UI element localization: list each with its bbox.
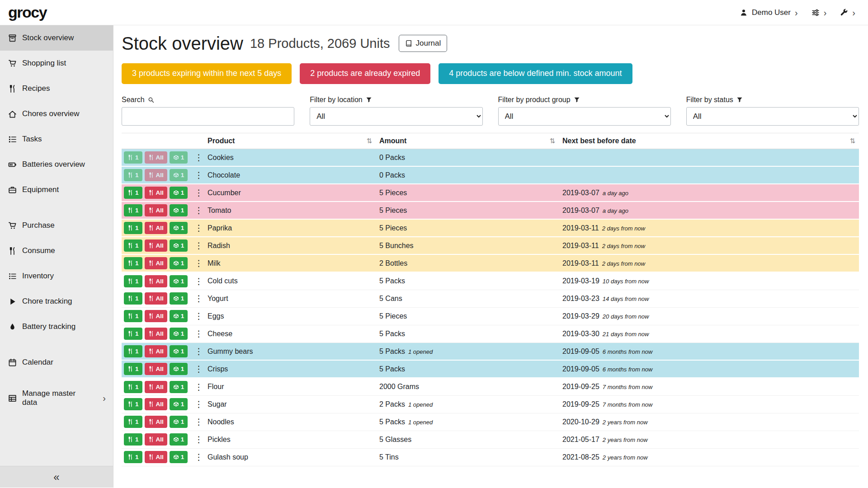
consume-all-button[interactable]: All xyxy=(145,381,167,393)
consume-one-button[interactable]: 1 xyxy=(124,292,142,305)
consume-all-button[interactable]: All xyxy=(145,239,167,252)
journal-button[interactable]: Journal xyxy=(399,35,448,52)
consume-all-button[interactable]: All xyxy=(145,292,167,305)
consume-all-button[interactable]: All xyxy=(145,398,167,410)
amount-column-header[interactable]: Amount⇅ xyxy=(376,133,559,149)
consume-all-button[interactable]: All xyxy=(145,222,167,234)
open-one-button[interactable]: 1 xyxy=(170,292,188,305)
consume-one-button[interactable]: 1 xyxy=(124,398,142,410)
consume-one-button[interactable]: 1 xyxy=(124,169,142,181)
consume-one-button[interactable]: 1 xyxy=(124,222,142,234)
sidebar-item-calendar[interactable]: Calendar xyxy=(0,350,113,375)
consume-all-button[interactable]: All xyxy=(145,363,167,375)
row-menu-button[interactable]: ⋮ xyxy=(192,417,206,427)
consume-one-button[interactable]: 1 xyxy=(124,363,142,375)
open-one-button[interactable]: 1 xyxy=(170,204,188,216)
consume-one-button[interactable]: 1 xyxy=(124,328,142,340)
expiring-alert-button[interactable]: 3 products expiring within the next 5 da… xyxy=(122,63,292,84)
consume-all-button[interactable]: All xyxy=(145,328,167,340)
sidebar-collapse-button[interactable]: « xyxy=(0,466,113,488)
open-one-button[interactable]: 1 xyxy=(170,222,188,234)
consume-one-button[interactable]: 1 xyxy=(124,451,142,463)
product-column-header[interactable]: Product⇅ xyxy=(204,133,376,149)
sidebar-item-battery-tracking[interactable]: Battery tracking xyxy=(0,314,113,339)
user-menu[interactable]: Demo User › xyxy=(740,8,798,17)
consume-all-button[interactable]: All xyxy=(145,451,167,463)
row-menu-button[interactable]: ⋮ xyxy=(192,328,206,339)
sidebar-item-consume[interactable]: Consume xyxy=(0,238,113,263)
open-one-button[interactable]: 1 xyxy=(170,381,188,393)
row-menu-button[interactable]: ⋮ xyxy=(192,223,206,233)
row-menu-button[interactable]: ⋮ xyxy=(192,382,206,392)
admin-menu[interactable]: › xyxy=(840,8,855,17)
consume-one-button[interactable]: 1 xyxy=(124,187,142,199)
open-one-button[interactable]: 1 xyxy=(170,239,188,252)
consume-one-button[interactable]: 1 xyxy=(124,257,142,269)
row-menu-button[interactable]: ⋮ xyxy=(192,240,206,251)
row-menu-button[interactable]: ⋮ xyxy=(192,152,206,163)
row-menu-button[interactable]: ⋮ xyxy=(192,346,206,357)
consume-one-button[interactable]: 1 xyxy=(124,310,142,322)
open-one-button[interactable]: 1 xyxy=(170,187,188,199)
consume-all-button[interactable]: All xyxy=(145,416,167,428)
sort-icon[interactable]: ⇅ xyxy=(849,137,855,145)
open-one-button[interactable]: 1 xyxy=(170,363,188,375)
row-menu-button[interactable]: ⋮ xyxy=(192,364,206,374)
settings-menu[interactable]: › xyxy=(811,8,827,17)
expired-alert-button[interactable]: 2 products are already expired xyxy=(300,63,430,84)
consume-all-button[interactable]: All xyxy=(145,257,167,269)
open-one-button[interactable]: 1 xyxy=(170,275,188,287)
open-one-button[interactable]: 1 xyxy=(170,451,188,463)
open-one-button[interactable]: 1 xyxy=(170,416,188,428)
sidebar-item-chores-overview[interactable]: Chores overview xyxy=(0,101,113,127)
consume-one-button[interactable]: 1 xyxy=(124,416,142,428)
search-input[interactable] xyxy=(122,107,294,126)
row-menu-button[interactable]: ⋮ xyxy=(192,188,206,198)
sidebar-item-batteries-overview[interactable]: Batteries overview xyxy=(0,152,113,177)
sidebar-item-tasks[interactable]: Tasks xyxy=(0,127,113,152)
open-one-button[interactable]: 1 xyxy=(170,433,188,446)
open-one-button[interactable]: 1 xyxy=(170,169,188,181)
sidebar-item-stock-overview[interactable]: Stock overview xyxy=(0,25,113,51)
consume-all-button[interactable]: All xyxy=(145,187,167,199)
consume-one-button[interactable]: 1 xyxy=(124,381,142,393)
sidebar-item-shopping-list[interactable]: Shopping list xyxy=(0,51,113,76)
sidebar-item-purchase[interactable]: Purchase xyxy=(0,213,113,238)
open-one-button[interactable]: 1 xyxy=(170,310,188,322)
below-min-stock-alert-button[interactable]: 4 products are below defined min. stock … xyxy=(439,63,632,84)
consume-all-button[interactable]: All xyxy=(145,169,167,181)
consume-one-button[interactable]: 1 xyxy=(124,345,142,357)
location-filter[interactable]: All xyxy=(310,107,482,126)
row-menu-button[interactable]: ⋮ xyxy=(192,276,206,286)
consume-all-button[interactable]: All xyxy=(145,310,167,322)
open-one-button[interactable]: 1 xyxy=(170,151,188,164)
row-menu-button[interactable]: ⋮ xyxy=(192,434,206,445)
consume-all-button[interactable]: All xyxy=(145,275,167,287)
open-one-button[interactable]: 1 xyxy=(170,328,188,340)
sidebar-item-manage-master-data[interactable]: Manage master data › xyxy=(0,385,113,411)
row-menu-button[interactable]: ⋮ xyxy=(192,311,206,321)
row-menu-button[interactable]: ⋮ xyxy=(192,452,206,462)
row-menu-button[interactable]: ⋮ xyxy=(192,293,206,304)
open-one-button[interactable]: 1 xyxy=(170,257,188,269)
consume-all-button[interactable]: All xyxy=(145,345,167,357)
sort-icon[interactable]: ⇅ xyxy=(549,137,555,145)
best-before-column-header[interactable]: Next best before date⇅ xyxy=(559,133,859,149)
product-group-filter[interactable]: All xyxy=(498,107,671,126)
row-menu-button[interactable]: ⋮ xyxy=(192,170,206,180)
sidebar-item-equipment[interactable]: Equipment xyxy=(0,177,113,202)
sort-icon[interactable]: ⇅ xyxy=(366,137,372,145)
consume-all-button[interactable]: All xyxy=(145,151,167,164)
row-menu-button[interactable]: ⋮ xyxy=(192,258,206,268)
consume-one-button[interactable]: 1 xyxy=(124,151,142,164)
sidebar-item-recipes[interactable]: Recipes xyxy=(0,76,113,101)
row-menu-button[interactable]: ⋮ xyxy=(192,205,206,216)
status-filter[interactable]: All xyxy=(686,107,859,126)
open-one-button[interactable]: 1 xyxy=(170,398,188,410)
open-one-button[interactable]: 1 xyxy=(170,345,188,357)
sidebar-item-chore-tracking[interactable]: Chore tracking xyxy=(0,289,113,314)
consume-one-button[interactable]: 1 xyxy=(124,204,142,216)
sidebar-item-inventory[interactable]: Inventory xyxy=(0,263,113,289)
consume-one-button[interactable]: 1 xyxy=(124,239,142,252)
consume-all-button[interactable]: All xyxy=(145,433,167,446)
